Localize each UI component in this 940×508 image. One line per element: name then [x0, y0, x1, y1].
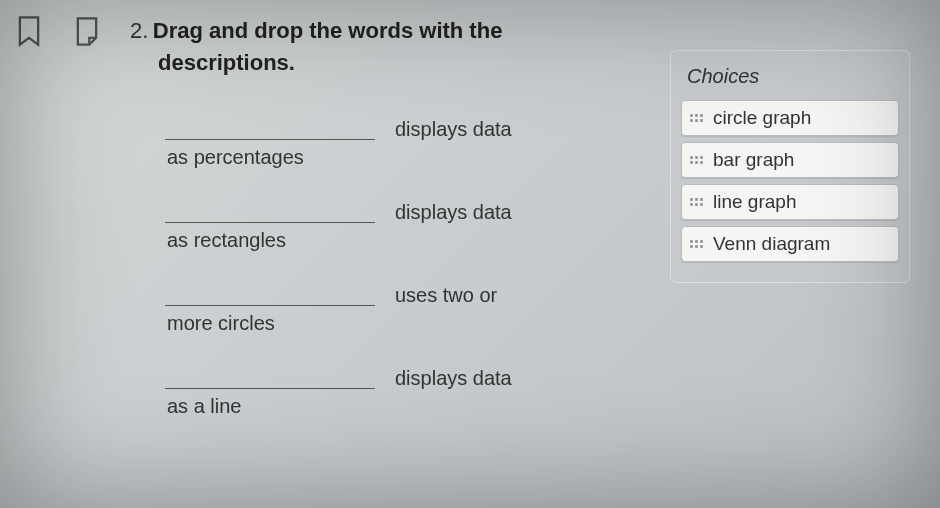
- drop-slot[interactable]: [165, 110, 375, 140]
- choice-item[interactable]: Venn diagram: [681, 226, 899, 262]
- question-number: 2.: [130, 18, 148, 43]
- question-prompt: 2. Drag and drop the words with the desc…: [130, 18, 590, 76]
- choice-label: Venn diagram: [713, 233, 830, 255]
- item-desc: uses two or: [375, 276, 575, 307]
- item-text: as percentages: [165, 144, 375, 193]
- item-text: more circles: [165, 310, 375, 359]
- drag-handle-icon: [690, 114, 703, 122]
- drop-slot[interactable]: [165, 276, 375, 306]
- choice-item[interactable]: circle graph: [681, 100, 899, 136]
- choices-panel: Choices circle graph bar graph line grap…: [670, 50, 910, 283]
- note-icon[interactable]: [73, 15, 101, 47]
- item-text: as rectangles: [165, 227, 375, 276]
- choice-label: circle graph: [713, 107, 811, 129]
- choice-label: bar graph: [713, 149, 794, 171]
- choices-title: Choices: [681, 61, 899, 100]
- drag-handle-icon: [690, 240, 703, 248]
- item-text: as a line: [165, 393, 375, 442]
- item-desc: displays data: [375, 193, 575, 224]
- item-desc: displays data: [375, 110, 575, 141]
- drag-handle-icon: [690, 198, 703, 206]
- bookmark-icon[interactable]: [15, 15, 43, 47]
- drag-handle-icon: [690, 156, 703, 164]
- choice-item[interactable]: bar graph: [681, 142, 899, 178]
- drop-slot[interactable]: [165, 359, 375, 389]
- drop-slot[interactable]: [165, 193, 375, 223]
- item-desc: displays data: [375, 359, 575, 390]
- choice-item[interactable]: line graph: [681, 184, 899, 220]
- question-text-line1: Drag and drop the words with the: [153, 18, 503, 43]
- question-text-line2: descriptions.: [158, 50, 590, 76]
- drop-targets: as percentages displays data as rectangl…: [165, 110, 605, 442]
- choice-label: line graph: [713, 191, 796, 213]
